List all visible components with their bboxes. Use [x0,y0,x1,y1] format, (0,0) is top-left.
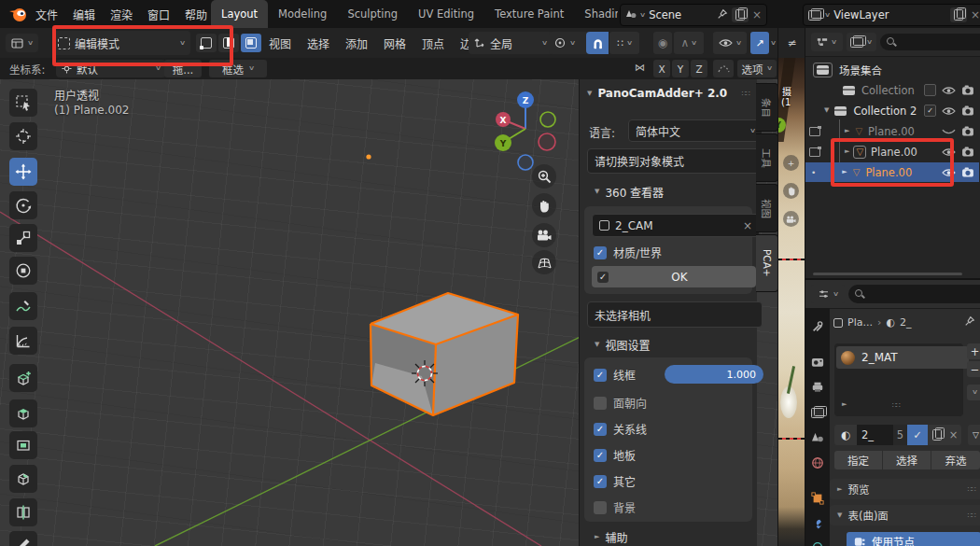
blender-logo-icon[interactable] [7,6,28,25]
sidebar-tab-item[interactable]: 条目 [756,83,778,132]
snap-with-dropdown[interactable]: ∷ ∨ [609,32,639,54]
add-slot-button[interactable]: + [967,343,980,359]
tool-inset[interactable] [9,431,37,459]
eye-icon[interactable] [942,86,956,95]
menu-vertex[interactable]: 顶点 [420,35,446,51]
camera-strip-viewport[interactable]: 摄 (1 Y + [777,58,805,546]
deselect-button[interactable]: 弃选 [931,451,980,469]
menu-file[interactable]: 文件 [28,0,65,28]
fake-user-shield-button[interactable]: ✓ [907,425,928,445]
users-count[interactable]: 5 [893,425,907,445]
language-dropdown[interactable]: 简体中文 ∨ [628,119,763,142]
sidebar-tab-tool[interactable]: 工具 [756,133,778,182]
row-plane-hidden[interactable]: ► ▽ Plane.00 [805,121,979,141]
snap-toggle-button[interactable] [586,32,609,54]
disclosure-closed-icon[interactable]: ► [842,169,847,175]
tab-world[interactable] [810,455,825,470]
clear-camera-button[interactable]: × [743,219,752,232]
tool-cursor[interactable] [9,122,37,150]
camera-render-icon[interactable] [961,167,974,177]
tab-view-layer[interactable] [810,405,825,420]
outliner-filter-dropdown[interactable]: ∨ [847,33,876,51]
checkbox-on-icon[interactable]: ✓ [594,246,607,259]
orientation-dropdown[interactable]: 全局 ∨ [469,32,553,54]
row-plane-active[interactable]: • ► ▽ Plane.00 [805,162,979,182]
link-specials-button[interactable]: ▽∨ [968,425,980,445]
pan-button[interactable] [532,193,556,217]
h-scrollbar[interactable] [813,273,962,275]
assign-button[interactable]: 指定 [834,451,882,469]
mirror-z-button[interactable]: Z [691,60,707,77]
menu-mesh[interactable]: 网格 [382,35,408,51]
face-select-button[interactable] [241,34,261,52]
disclosure-open-icon[interactable]: ▼ [824,107,829,114]
tab-modifiers[interactable] [810,517,825,532]
row-scene-collection[interactable]: 场景集合 [805,60,979,79]
navigation-gizmo[interactable]: Z X Y [479,87,581,173]
properties-editor-dropdown[interactable]: ∨ [811,285,845,303]
remove-viewlayer-button[interactable]: × [971,8,980,21]
menu-help[interactable]: 帮助 [177,0,215,28]
tool-add-primitive[interactable] [9,364,37,392]
tool-move[interactable] [9,158,37,186]
tool-measure[interactable] [9,327,37,355]
unlink-material-button[interactable]: × [945,425,961,445]
checkbox-on-icon[interactable]: ✓ [594,449,607,462]
zoom-button[interactable] [532,164,556,189]
slot-specials-button[interactable]: ∨ [967,385,980,400]
row-collection-2[interactable]: ▼ Collection 2 ✓ [805,101,979,120]
checkbox-on-icon[interactable]: ✓ [594,369,607,382]
menu-select[interactable]: 选择 [305,35,331,51]
tab-modeling[interactable]: Modeling [268,0,337,28]
eye-icon[interactable] [942,106,956,116]
box-select-dropdown[interactable]: 框选 ∨ [209,60,267,77]
material-world-row[interactable]: ✓ 材质/世界 [594,245,662,260]
surface-panel-header[interactable]: ▼ 表(曲)面 ∷∷ [830,505,980,525]
tool-rotate[interactable] [9,191,37,219]
menu-view[interactable]: 视图 [267,35,293,51]
strip-camera-button[interactable] [783,211,799,227]
unlink-scene-button[interactable]: × [752,8,762,21]
row-plane-selected[interactable]: ► ▽ Plane.00 [805,142,979,161]
viewer-section-header[interactable]: ▼ 360 查看器 [595,184,664,200]
addon-panel-header[interactable]: ▼ PanoCamAdder+ 2.0 ∷∷ [587,87,749,100]
tab-layout[interactable]: Layout [211,0,268,28]
drag-button[interactable]: 拖... [164,60,202,77]
outliner-display-dropdown[interactable]: ∨ [811,33,843,51]
coord-dropdown[interactable]: 默认 ∨ [56,60,166,77]
camera-render-icon[interactable] [961,105,974,116]
options-dropdown[interactable]: 选项 ∨ [737,60,777,77]
eye-icon[interactable] [942,168,956,177]
tab-uv-editing[interactable]: UV Editing [408,0,484,28]
checkbox-off-icon[interactable] [594,501,607,514]
checkbox-on-icon[interactable]: ✓ [594,423,607,436]
camera-render-icon[interactable] [961,126,974,136]
menu-edit[interactable]: 编辑 [65,0,103,28]
tool-loop-cut[interactable] [9,498,37,526]
overlays-toggle-button[interactable]: ↗ [750,32,769,54]
mirror-y-button[interactable]: Y [672,60,689,77]
face-orientation-row[interactable]: 面朝向 [594,395,647,411]
camera-strip-header[interactable]: ≠ [777,28,805,58]
checkbox-off-icon[interactable] [594,397,607,410]
disclosure-closed-icon[interactable]: ► [845,148,849,155]
mode-dropdown[interactable]: 编辑模式 ∨ [52,31,190,55]
preview-panel-header[interactable]: ► 预览 ∷∷ [830,479,980,499]
sidebar-tab-view[interactable]: 视图 [756,184,778,232]
tool-annotate[interactable] [9,292,37,320]
tab-texture-paint[interactable]: Texture Paint [484,0,574,28]
editor-type-button[interactable]: ∨ [6,34,38,52]
tab-physics[interactable] [810,539,825,546]
menu-add[interactable]: 添加 [343,35,370,51]
tool-bevel[interactable] [9,465,37,493]
eye-closed-icon[interactable] [942,127,956,136]
collection2-checkbox[interactable]: ✓ [924,105,936,117]
disclosure-closed-icon[interactable]: ► [845,128,849,134]
snap-symmetry-button[interactable] [713,60,734,77]
row-collection[interactable]: Collection [805,80,979,100]
viewlayer-selector[interactable]: ∨ ViewLayer × [803,4,980,26]
tool-extrude[interactable] [9,399,37,427]
browse-material-button[interactable]: ◐ [834,425,857,445]
slot-expand-icon[interactable]: ► [842,401,847,408]
wireframe-slider[interactable]: 1.000 [665,365,763,384]
